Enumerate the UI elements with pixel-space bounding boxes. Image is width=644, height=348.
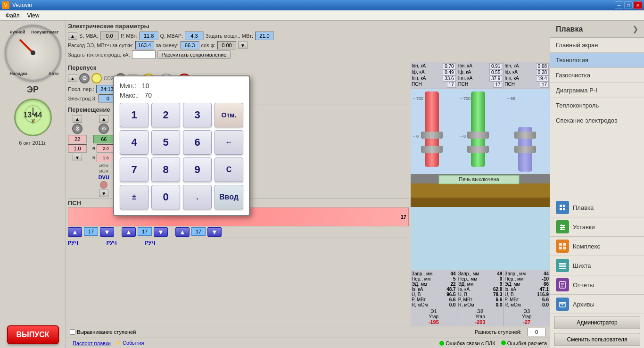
mode-circle: Ручной Полуавтомат Наладка Авто [5, 25, 61, 81]
events-link[interactable]: ⚡ События [115, 340, 144, 346]
mode-selector[interactable]: Ручной Полуавтомат Наладка Авто [5, 25, 61, 81]
right-action-ustavki[interactable]: Уставки [550, 217, 644, 237]
keypad-cancel[interactable]: Отм. [215, 103, 243, 127]
elec1-scroll-down[interactable]: ▼ [73, 154, 82, 161]
vyravnivanie-checkbox[interactable] [70, 329, 75, 335]
minimize-button[interactable]: ─ [615, 1, 623, 9]
right-action-kompleks[interactable]: Комплекс [550, 237, 644, 256]
psn-up-3[interactable]: ▲ [175, 227, 190, 237]
e1-psn-row: ПСН 17 [412, 82, 456, 88]
e3-if-val: 0.28 [536, 69, 549, 75]
perepusk-lamp-1 [91, 73, 102, 83]
elec2-perm-66: 66 [93, 135, 115, 143]
keypad-4[interactable]: 4 [120, 130, 149, 155]
right-action-arkhivy[interactable]: Архивы [550, 295, 644, 314]
otchety-action-label: Отчеты [573, 282, 594, 289]
status-dot-plk: Ошибка связи с ПЛК [439, 340, 495, 346]
psn-up-1[interactable]: ▲ [68, 227, 82, 237]
keypad-dot[interactable]: . [183, 185, 212, 209]
psn-down-1[interactable]: ▼ [100, 227, 114, 237]
er-label: ЭР [27, 85, 39, 95]
keypad-info: Мин.: 10 Макс.: 70 [120, 82, 243, 99]
keypad-backspace[interactable]: ← [215, 130, 243, 155]
close-button[interactable]: ✕ [634, 1, 642, 9]
pasp-link[interactable]: Паспорт плавки [73, 340, 111, 346]
e3-u-val: 116.9 [537, 292, 549, 297]
right-menu-diag[interactable]: Диаграмма P-I [550, 83, 644, 98]
vypusk-button[interactable]: ВЫПУСК [7, 325, 59, 344]
maximize-button[interactable]: □ [624, 1, 633, 9]
keypad-clear[interactable]: C [215, 157, 243, 182]
svg-rect-43 [563, 247, 566, 249]
keypad-7[interactable]: 7 [120, 157, 149, 182]
e2-per-val: 0 [500, 276, 503, 282]
perepusk-gear-1[interactable]: ⚙ [79, 73, 90, 83]
keypad-1[interactable]: 1 [120, 103, 149, 127]
elec1-perm-val: 22 [68, 135, 87, 143]
elec2-gear[interactable]: ⚙ [99, 124, 109, 134]
e2-r-label: P, МВт [458, 297, 472, 302]
svg-text:0: 0 [416, 134, 419, 139]
chevron-right-icon: ❯ [632, 25, 638, 33]
scroll-down-btn[interactable]: ▼ [238, 41, 248, 49]
keypad-3[interactable]: 3 [183, 103, 212, 127]
right-menu-glavny[interactable]: Главный экран [550, 38, 644, 53]
perepusk-scroll-up[interactable]: ▲ [68, 75, 77, 82]
elec3-data-col: Iвн, кА 0.68 Iф, кА 0.28 Iнн, кА 19.4 [504, 62, 550, 89]
keypad-plusminus[interactable]: ± [120, 185, 149, 209]
elec2-movement: ▲ ⚙ 66 R 2.0 R 1.6 мОм [92, 115, 116, 197]
keypad-2[interactable]: 2 [151, 103, 180, 127]
right-action-plavka[interactable]: Плавка [550, 198, 644, 217]
keypad-enter[interactable]: Ввод [215, 185, 243, 209]
elec2-scroll-down[interactable]: ▼ [99, 190, 108, 197]
status-dot-rasch: Ошибка расчета [501, 340, 547, 346]
keypad-8[interactable]: 8 [151, 157, 180, 182]
e3-iz-row: Iэ, кА 47.1 [504, 287, 549, 292]
psn-down-2[interactable]: ▼ [154, 227, 168, 237]
right-panel: Плавка ❯ Главный экран Технология Газооч… [550, 21, 644, 348]
right-menu-tekh[interactable]: Технология [550, 53, 644, 68]
scroll-up-btn[interactable]: ▲ [68, 32, 77, 40]
e3-rmom-val: 0.0 [542, 302, 549, 307]
zadat-tok-input[interactable] [132, 50, 156, 59]
e2-iven-row: Iвн, кА 0.91 [458, 63, 503, 69]
keypad-overlay: Мин.: 10 Макс.: 70 123Отм.456←789C±0.Вво… [113, 75, 250, 216]
menu-view[interactable]: View [24, 11, 43, 20]
admin-button[interactable]: Администратор [554, 316, 640, 329]
menu-file[interactable]: Файл [2, 11, 24, 20]
svg-rect-27 [514, 146, 536, 153]
e2-u-row: U, В 78.3 [458, 292, 503, 297]
perepusk-col-label: CO2 [104, 76, 114, 81]
elec1-scroll-up[interactable]: ▲ [73, 115, 82, 123]
e3-psn-val: 17 [540, 82, 549, 88]
psn-up-2[interactable]: ▲ [122, 227, 136, 237]
right-action-otchety[interactable]: Отчеты [550, 275, 644, 295]
right-menu-spek[interactable]: Спекание электродов [550, 113, 644, 128]
keypad-0[interactable]: 0 [151, 185, 180, 209]
min-label: Мин.: [120, 82, 136, 90]
keypad-5[interactable]: 5 [151, 130, 180, 155]
max-label: Макс.: [120, 91, 139, 99]
calc-resistance-button[interactable]: Рассчитать сопротивление [157, 50, 231, 59]
keypad-6[interactable]: 6 [183, 130, 212, 155]
elec1-gear[interactable]: ⚙ [72, 124, 83, 134]
e2-inn-val: 37.9 [489, 75, 502, 82]
right-menu-teplo[interactable]: Теплоконтроль [550, 98, 644, 113]
switch-user-button[interactable]: Сменить пользователя [554, 333, 640, 346]
psn-down-3[interactable]: ▼ [207, 227, 222, 237]
za-smenu-value: 66.3 [181, 41, 199, 50]
keypad-9[interactable]: 9 [183, 157, 212, 182]
svg-rect-40 [559, 243, 562, 246]
right-menu-gaz[interactable]: Газоочистка [550, 68, 644, 83]
elec2-scroll-up[interactable]: ▲ [99, 115, 108, 123]
vyravnivanie-label[interactable]: Выравнивание ступеней [70, 329, 136, 335]
svg-text:700: 700 [416, 96, 423, 101]
e3-r-label: P, МВт [504, 297, 519, 302]
e2-ugol-label: Угар [458, 314, 503, 319]
ustavki-icon [556, 220, 569, 233]
raznost-label: Разность ступеней: [475, 329, 521, 335]
right-action-shihta[interactable]: Шихта [550, 256, 644, 275]
svg-rect-32 [560, 208, 562, 210]
e2-ed-row: ЭД, мм 9 [458, 282, 503, 287]
e1-r-val: 6.6 [449, 297, 456, 302]
